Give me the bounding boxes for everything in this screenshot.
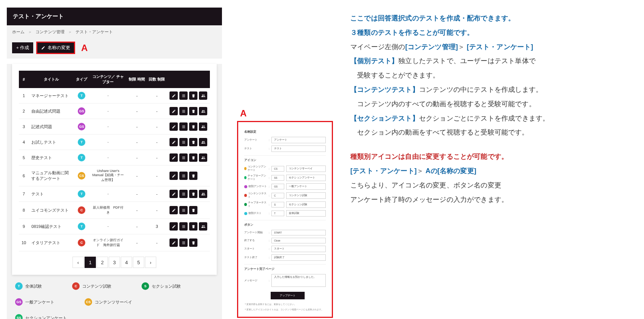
form-row: 個別テスト:T全体試験 xyxy=(244,209,326,218)
code-field[interactable]: S xyxy=(271,202,284,208)
code-field[interactable]: SS xyxy=(271,175,284,181)
users-icon[interactable] xyxy=(199,153,207,162)
breadcrumb-test[interactable]: テスト・アンケート xyxy=(75,29,113,34)
list-icon[interactable] xyxy=(179,122,188,131)
table-row: 90819確認テストT--3 xyxy=(19,219,210,234)
page-next[interactable]: › xyxy=(145,257,156,268)
page-4[interactable]: 4 xyxy=(121,257,132,268)
code-field[interactable]: C xyxy=(271,193,284,198)
table-row: 8ユイコモンズテストC新人研修用 PDF付き-- xyxy=(19,202,210,219)
marker-a: A xyxy=(81,43,88,53)
trash-icon[interactable] xyxy=(189,138,197,146)
value-field[interactable]: 全体試験 xyxy=(286,210,326,217)
breadcrumb-content[interactable]: コンテンツ管理 xyxy=(35,29,65,34)
form-note2: ＊変更したアイコンのタイトルは、コンテンツ視聴ページにも反映されます。 xyxy=(244,306,326,311)
value-field[interactable]: テスト xyxy=(271,146,326,152)
legend-item: GS一般アンケート xyxy=(15,298,54,306)
value-field[interactable]: コンテンツサーベイ xyxy=(286,166,326,172)
value-field[interactable]: 試験終了 xyxy=(271,254,326,261)
breadcrumb-home[interactable]: ホーム xyxy=(12,29,25,34)
code-field[interactable]: CS xyxy=(271,166,284,172)
users-icon[interactable] xyxy=(199,107,207,115)
list-icon[interactable] xyxy=(179,206,188,214)
trash-icon[interactable] xyxy=(189,153,197,162)
trash-icon[interactable] xyxy=(189,91,197,100)
form-row: アンケート:アンケート xyxy=(244,136,326,144)
edit-icon[interactable] xyxy=(169,190,178,198)
users-icon[interactable] xyxy=(199,222,207,231)
section-button: ボタン xyxy=(244,220,326,229)
type-chip: C xyxy=(78,239,85,246)
form-row: アンケート開始:START xyxy=(244,229,326,237)
edit-icon[interactable] xyxy=(169,238,178,247)
edit-icon[interactable] xyxy=(169,138,178,146)
value-field[interactable]: 一般アンケート xyxy=(286,183,326,190)
trash-icon[interactable] xyxy=(189,238,197,247)
value-field[interactable]: コンテンツ試験 xyxy=(286,192,326,199)
legend-item: T全体試験 xyxy=(15,282,42,290)
list-icon[interactable] xyxy=(179,172,188,180)
form-row: スタート:スタート xyxy=(244,245,326,253)
users-icon[interactable] xyxy=(199,122,207,131)
list-icon[interactable] xyxy=(179,222,188,231)
value-field[interactable]: アンケート xyxy=(271,137,326,143)
type-chip: T xyxy=(78,154,85,161)
value-field[interactable]: Close xyxy=(271,238,326,243)
edit-icon[interactable] xyxy=(169,172,178,180)
form-row: テスト終了:試験終了 xyxy=(244,253,326,262)
users-icon[interactable] xyxy=(199,190,207,198)
value-field[interactable]: スタート xyxy=(271,246,326,252)
toolbar: + 作成 名称の変更 A xyxy=(7,39,222,59)
msg-label: メッセージ xyxy=(244,279,267,282)
value-field[interactable]: START xyxy=(271,230,326,235)
list-panel: テスト・アンケート ホーム ＞ コンテンツ管理 ＞ テスト・アンケート + 作成… xyxy=(7,8,222,319)
legend-item: SSセクションアンケート xyxy=(15,314,67,319)
list-icon[interactable] xyxy=(179,91,188,100)
legend-chip: S xyxy=(142,282,149,290)
trash-icon[interactable] xyxy=(189,172,197,180)
trash-icon[interactable] xyxy=(189,222,197,231)
page-1[interactable]: 1 xyxy=(85,257,96,268)
form-row: 個別アンケート:GS一般アンケート xyxy=(244,182,326,191)
field-label: スタート xyxy=(244,247,267,251)
trash-icon[interactable] xyxy=(189,122,197,131)
edit-icon[interactable] xyxy=(169,107,178,115)
page-5[interactable]: 5 xyxy=(133,257,144,268)
list-icon[interactable] xyxy=(179,153,188,162)
list-icon[interactable] xyxy=(179,138,188,146)
edit-icon[interactable] xyxy=(169,122,178,131)
value-field[interactable]: セクションアンケート xyxy=(286,175,326,181)
page-3[interactable]: 3 xyxy=(109,257,120,268)
list-icon[interactable] xyxy=(179,107,188,115)
explanation: ここでは回答選択式のテストを作成・配布できます。 ３種類のテストを作ることが可能… xyxy=(350,8,644,207)
edit-icon[interactable] xyxy=(169,206,178,214)
edit-icon[interactable] xyxy=(169,91,178,100)
legend-chip: T xyxy=(15,282,23,290)
type-chip: CS xyxy=(78,172,85,180)
section-name: 名称設定 xyxy=(244,127,326,136)
edit-icon[interactable] xyxy=(169,222,178,231)
type-chip: T xyxy=(78,190,85,198)
create-button[interactable]: + 作成 xyxy=(12,42,33,53)
trash-icon[interactable] xyxy=(189,190,197,198)
update-button[interactable]: アップデート xyxy=(271,292,305,299)
page-prev[interactable]: ‹ xyxy=(72,257,84,268)
list-icon[interactable] xyxy=(179,190,188,198)
users-icon[interactable] xyxy=(199,138,207,146)
rename-button[interactable]: 名称の変更 xyxy=(37,42,74,53)
form-note1: ＊変更内容を反映するには、更新をしてください。 xyxy=(244,301,326,306)
page-2[interactable]: 2 xyxy=(97,257,108,268)
users-icon[interactable] xyxy=(199,91,207,100)
field-label: 個別テスト xyxy=(244,212,267,215)
code-field[interactable]: T xyxy=(271,211,284,216)
msg-field[interactable]: 入力した情報をお預かりしました。 xyxy=(271,274,326,287)
list-icon[interactable] xyxy=(179,238,188,247)
field-label: チャプターアンケート xyxy=(244,174,267,181)
type-chip: T xyxy=(78,223,85,230)
code-field[interactable]: GS xyxy=(271,184,284,189)
edit-icon[interactable] xyxy=(169,153,178,162)
value-field[interactable]: セクション試験 xyxy=(286,201,326,208)
trash-icon[interactable] xyxy=(189,107,197,115)
trash-icon[interactable] xyxy=(189,206,197,214)
field-label: コンテンツテスト xyxy=(244,192,267,199)
